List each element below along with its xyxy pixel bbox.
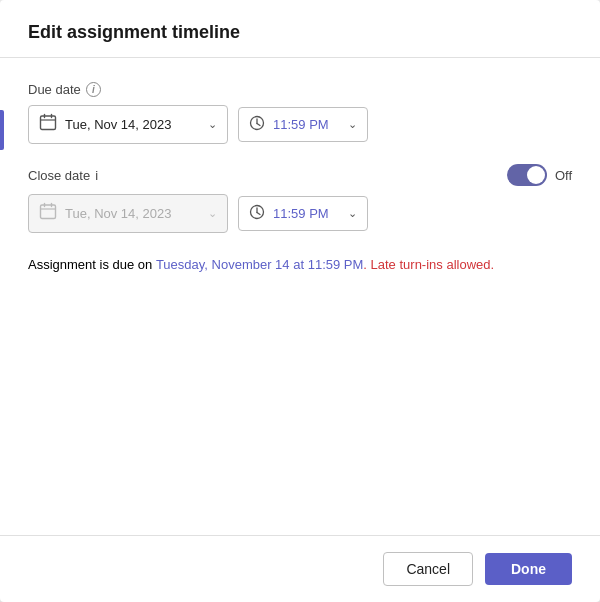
due-date-picker[interactable]: Tue, Nov 14, 2023 ⌄ bbox=[28, 105, 228, 144]
summary-prefix: Assignment is due on bbox=[28, 257, 156, 272]
close-date-value: Tue, Nov 14, 2023 bbox=[65, 206, 200, 221]
svg-line-6 bbox=[257, 124, 260, 126]
due-date-chevron-icon: ⌄ bbox=[208, 118, 217, 131]
close-date-chevron-icon: ⌄ bbox=[208, 207, 217, 220]
due-date-section: Due date i Tue, Nov 14, 2023 ⌄ bbox=[28, 82, 572, 144]
due-date-label: Due date bbox=[28, 82, 81, 97]
close-date-label: Close date bbox=[28, 168, 90, 183]
close-date-header-row: Close date i Off bbox=[28, 164, 572, 186]
due-date-calendar-icon bbox=[39, 113, 57, 136]
close-time-clock-icon bbox=[249, 204, 265, 223]
summary-date: Tuesday, November 14 bbox=[156, 257, 290, 272]
close-time-picker[interactable]: 11:59 PM ⌄ bbox=[238, 196, 368, 231]
svg-rect-7 bbox=[41, 205, 56, 219]
close-date-calendar-icon bbox=[39, 202, 57, 225]
due-date-info-icon[interactable]: i bbox=[86, 82, 101, 97]
svg-line-13 bbox=[257, 213, 260, 215]
close-date-label-group: Close date i bbox=[28, 168, 98, 183]
done-button[interactable]: Done bbox=[485, 553, 572, 585]
summary-at: at bbox=[290, 257, 308, 272]
dialog-body: Due date i Tue, Nov 14, 2023 ⌄ bbox=[0, 58, 600, 535]
close-date-picker[interactable]: Tue, Nov 14, 2023 ⌄ bbox=[28, 194, 228, 233]
close-date-toggle[interactable] bbox=[507, 164, 547, 186]
dialog-header: Edit assignment timeline bbox=[0, 0, 600, 58]
close-date-section: Close date i Off bbox=[28, 164, 572, 233]
cancel-button[interactable]: Cancel bbox=[383, 552, 473, 586]
due-time-chevron-icon: ⌄ bbox=[348, 118, 357, 131]
dialog-title: Edit assignment timeline bbox=[28, 22, 572, 43]
edit-timeline-dialog: Edit assignment timeline Due date i bbox=[0, 0, 600, 602]
toggle-state-label: Off bbox=[555, 168, 572, 183]
close-date-field-row: Tue, Nov 14, 2023 ⌄ 11:59 PM ⌄ bbox=[28, 194, 572, 233]
close-date-toggle-group: Off bbox=[507, 164, 572, 186]
close-time-chevron-icon: ⌄ bbox=[348, 207, 357, 220]
svg-rect-0 bbox=[41, 116, 56, 130]
summary-time: 11:59 PM bbox=[308, 257, 364, 272]
summary-text: Assignment is due on Tuesday, November 1… bbox=[28, 255, 572, 276]
due-date-field-row: Tue, Nov 14, 2023 ⌄ 11:59 PM ⌄ bbox=[28, 105, 572, 144]
close-time-value: 11:59 PM bbox=[273, 206, 340, 221]
toggle-knob bbox=[527, 166, 545, 184]
dialog-footer: Cancel Done bbox=[0, 535, 600, 602]
left-accent bbox=[0, 110, 4, 150]
close-date-info-icon[interactable]: i bbox=[95, 168, 98, 183]
due-time-clock-icon bbox=[249, 115, 265, 134]
due-time-value: 11:59 PM bbox=[273, 117, 340, 132]
summary-suffix: . Late turn-ins allowed. bbox=[363, 257, 494, 272]
due-date-value: Tue, Nov 14, 2023 bbox=[65, 117, 200, 132]
due-date-label-row: Due date i bbox=[28, 82, 572, 97]
due-time-picker[interactable]: 11:59 PM ⌄ bbox=[238, 107, 368, 142]
